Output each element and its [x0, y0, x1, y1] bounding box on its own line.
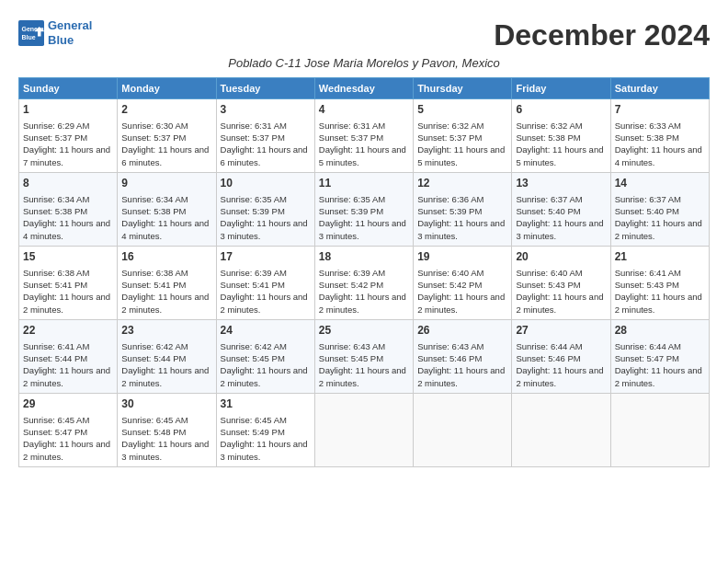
sunrise-label: Sunrise: 6:42 AM	[221, 341, 287, 351]
day-number: 19	[417, 249, 507, 265]
calendar-cell: 4 Sunrise: 6:31 AM Sunset: 5:37 PM Dayli…	[314, 99, 413, 173]
sunrise-label: Sunrise: 6:42 AM	[121, 341, 188, 351]
calendar-table: SundayMondayTuesdayWednesdayThursdayFrid…	[18, 77, 710, 467]
col-header-tuesday: Tuesday	[216, 78, 314, 99]
daylight-label: Daylight: 11 hours and 2 minutes.	[417, 365, 505, 387]
daylight-label: Daylight: 11 hours and 2 minutes.	[319, 292, 406, 314]
sunrise-label: Sunrise: 6:31 AM	[319, 121, 385, 131]
calendar-cell: 2 Sunrise: 6:30 AM Sunset: 5:37 PM Dayli…	[118, 99, 216, 173]
daylight-label: Daylight: 11 hours and 3 minutes.	[319, 218, 406, 240]
col-header-friday: Friday	[512, 78, 610, 99]
daylight-label: Daylight: 11 hours and 7 minutes.	[23, 144, 110, 167]
calendar-cell: 12 Sunrise: 6:36 AM Sunset: 5:39 PM Dayl…	[414, 173, 512, 247]
day-number: 17	[221, 249, 311, 265]
sunset-label: Sunset: 5:48 PM	[121, 427, 186, 437]
sunrise-label: Sunrise: 6:40 AM	[417, 268, 483, 278]
calendar-cell: 9 Sunrise: 6:34 AM Sunset: 5:38 PM Dayli…	[118, 173, 216, 247]
daylight-label: Daylight: 11 hours and 3 minutes.	[221, 439, 308, 461]
sunrise-label: Sunrise: 6:39 AM	[319, 268, 385, 278]
sunset-label: Sunset: 5:43 PM	[516, 280, 580, 290]
day-number: 2	[121, 102, 211, 118]
daylight-label: Daylight: 11 hours and 2 minutes.	[615, 365, 702, 387]
sunrise-label: Sunrise: 6:34 AM	[121, 194, 188, 204]
sunrise-label: Sunrise: 6:36 AM	[417, 194, 483, 204]
calendar-cell: 30 Sunrise: 6:45 AM Sunset: 5:48 PM Dayl…	[118, 394, 216, 467]
daylight-label: Daylight: 11 hours and 6 minutes.	[221, 144, 308, 167]
col-header-monday: Monday	[118, 78, 216, 99]
sunset-label: Sunset: 5:45 PM	[221, 353, 285, 363]
day-number: 21	[615, 249, 705, 265]
calendar-cell: 5 Sunrise: 6:32 AM Sunset: 5:37 PM Dayli…	[414, 99, 512, 173]
month-title: December 2024	[494, 18, 710, 52]
sunset-label: Sunset: 5:40 PM	[516, 206, 580, 216]
daylight-label: Daylight: 11 hours and 2 minutes.	[121, 292, 209, 314]
sunset-label: Sunset: 5:39 PM	[319, 206, 383, 216]
daylight-label: Daylight: 11 hours and 2 minutes.	[121, 365, 209, 387]
calendar-cell: 27 Sunrise: 6:44 AM Sunset: 5:46 PM Dayl…	[512, 320, 610, 394]
sunset-label: Sunset: 5:42 PM	[417, 280, 482, 290]
calendar-cell: 11 Sunrise: 6:35 AM Sunset: 5:39 PM Dayl…	[314, 173, 413, 247]
day-number: 23	[121, 323, 211, 339]
day-number: 27	[516, 323, 606, 339]
daylight-label: Daylight: 11 hours and 2 minutes.	[516, 365, 603, 387]
sunset-label: Sunset: 5:47 PM	[615, 353, 679, 363]
day-number: 25	[319, 323, 409, 339]
sunrise-label: Sunrise: 6:40 AM	[516, 268, 582, 278]
logo-line1: General	[48, 18, 92, 32]
sunset-label: Sunset: 5:43 PM	[615, 280, 679, 290]
day-number: 15	[23, 249, 113, 265]
logo: General Blue General Blue	[18, 18, 92, 47]
col-header-saturday: Saturday	[610, 78, 709, 99]
calendar-cell: 20 Sunrise: 6:40 AM Sunset: 5:43 PM Dayl…	[512, 247, 610, 320]
day-number: 24	[221, 323, 311, 339]
day-number: 7	[615, 102, 705, 118]
calendar-cell: 15 Sunrise: 6:38 AM Sunset: 5:41 PM Dayl…	[19, 247, 118, 320]
daylight-label: Daylight: 11 hours and 2 minutes.	[615, 218, 702, 240]
sunset-label: Sunset: 5:41 PM	[23, 280, 87, 290]
calendar-cell: 22 Sunrise: 6:41 AM Sunset: 5:44 PM Dayl…	[19, 320, 118, 394]
calendar-cell: 23 Sunrise: 6:42 AM Sunset: 5:44 PM Dayl…	[118, 320, 216, 394]
calendar-cell: 3 Sunrise: 6:31 AM Sunset: 5:37 PM Dayli…	[216, 99, 314, 173]
calendar-cell: 28 Sunrise: 6:44 AM Sunset: 5:47 PM Dayl…	[610, 320, 709, 394]
daylight-label: Daylight: 11 hours and 6 minutes.	[121, 144, 209, 167]
sunrise-label: Sunrise: 6:29 AM	[23, 121, 89, 131]
sunset-label: Sunset: 5:39 PM	[221, 206, 285, 216]
day-number: 9	[121, 176, 211, 191]
sunrise-label: Sunrise: 6:34 AM	[23, 194, 89, 204]
sunrise-label: Sunrise: 6:43 AM	[417, 341, 483, 351]
sunset-label: Sunset: 5:40 PM	[615, 206, 679, 216]
sunset-label: Sunset: 5:38 PM	[23, 206, 87, 216]
day-number: 1	[23, 102, 113, 118]
daylight-label: Daylight: 11 hours and 3 minutes.	[221, 218, 308, 240]
calendar-cell: 14 Sunrise: 6:37 AM Sunset: 5:40 PM Dayl…	[610, 173, 709, 247]
daylight-label: Daylight: 11 hours and 2 minutes.	[615, 292, 702, 314]
calendar-cell: 19 Sunrise: 6:40 AM Sunset: 5:42 PM Dayl…	[414, 247, 512, 320]
sunset-label: Sunset: 5:38 PM	[516, 132, 580, 143]
sunset-label: Sunset: 5:44 PM	[121, 353, 186, 363]
sunset-label: Sunset: 5:38 PM	[121, 206, 186, 216]
daylight-label: Daylight: 11 hours and 5 minutes.	[319, 144, 406, 167]
day-number: 16	[121, 249, 211, 265]
calendar-cell: 16 Sunrise: 6:38 AM Sunset: 5:41 PM Dayl…	[118, 247, 216, 320]
sunrise-label: Sunrise: 6:44 AM	[516, 341, 582, 351]
sunset-label: Sunset: 5:37 PM	[23, 132, 87, 143]
calendar-cell: 24 Sunrise: 6:42 AM Sunset: 5:45 PM Dayl…	[216, 320, 314, 394]
day-number: 22	[23, 323, 113, 339]
calendar-cell: 31 Sunrise: 6:45 AM Sunset: 5:49 PM Dayl…	[216, 394, 314, 467]
calendar-cell: 21 Sunrise: 6:41 AM Sunset: 5:43 PM Dayl…	[610, 247, 709, 320]
day-number: 11	[319, 176, 409, 191]
calendar-cell: 6 Sunrise: 6:32 AM Sunset: 5:38 PM Dayli…	[512, 99, 610, 173]
sunset-label: Sunset: 5:37 PM	[319, 132, 383, 143]
daylight-label: Daylight: 11 hours and 2 minutes.	[221, 292, 308, 314]
calendar-cell: 1 Sunrise: 6:29 AM Sunset: 5:37 PM Dayli…	[19, 99, 118, 173]
header: General Blue General Blue December 2024	[18, 18, 710, 52]
daylight-label: Daylight: 11 hours and 5 minutes.	[516, 144, 603, 167]
day-number: 6	[516, 102, 606, 118]
sunset-label: Sunset: 5:37 PM	[417, 132, 482, 143]
daylight-label: Daylight: 11 hours and 2 minutes.	[319, 365, 406, 387]
sunrise-label: Sunrise: 6:30 AM	[121, 121, 188, 131]
calendar-cell	[314, 394, 413, 467]
sunrise-label: Sunrise: 6:31 AM	[221, 121, 287, 131]
sunset-label: Sunset: 5:38 PM	[615, 132, 679, 143]
calendar-cell: 10 Sunrise: 6:35 AM Sunset: 5:39 PM Dayl…	[216, 173, 314, 247]
